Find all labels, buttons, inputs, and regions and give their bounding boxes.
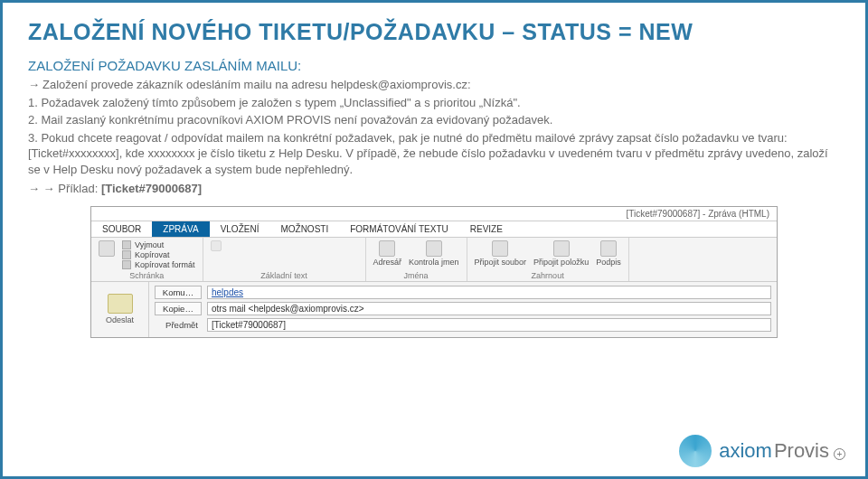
check-names-icon <box>426 240 442 257</box>
copy-icon <box>122 250 131 259</box>
group-label-jmena: Jména <box>373 271 459 280</box>
example-value: [Ticket#79000687] <box>101 182 202 195</box>
attach-item-label: Připojit položku <box>533 258 589 267</box>
tab-revize[interactable]: REVIZE <box>459 221 514 237</box>
check-names-label: Kontrola jmen <box>409 258 459 267</box>
point-2: 2. Mail zaslaný konkrétnímu pracovníkovi… <box>28 112 840 128</box>
outlook-ribbon: Vyjmout Kopírovat Kopírovat formát Schrá… <box>91 238 777 282</box>
send-label: Odeslat <box>106 315 134 324</box>
attach-file-icon <box>492 240 508 257</box>
intro-line: →Založení provede zákazník odesláním mai… <box>28 77 840 93</box>
format-painter-icon <box>122 260 131 269</box>
point-1: 1. Požadavek založený tímto způsobem je … <box>28 95 840 111</box>
logo-sup: + <box>834 448 845 460</box>
attach-file-label: Připojit soubor <box>475 258 527 267</box>
subject-label: Předmět <box>155 320 202 330</box>
tab-soubor[interactable]: SOUBOR <box>91 221 152 237</box>
paste-icon <box>99 240 115 257</box>
cc-field[interactable]: otrs mail <helpdesk@axiomprovis.cz> <box>207 302 771 315</box>
tab-vlozeni[interactable]: VLOŽENÍ <box>210 221 270 237</box>
logo-text-1: axiom <box>719 439 772 463</box>
send-icon <box>108 294 133 314</box>
slide-title: ZALOŽENÍ NOVÉHO TIKETU/POŽADAVKU – STATU… <box>28 19 840 45</box>
to-value: helpdes <box>212 287 243 297</box>
to-button[interactable]: Komu… <box>155 286 202 299</box>
ribbon-group-schranka: Vyjmout Kopírovat Kopírovat formát Schrá… <box>91 238 203 281</box>
signature-icon <box>600 240 617 257</box>
address-book-label: Adresář <box>373 258 402 267</box>
cc-button[interactable]: Kopie… <box>155 302 202 315</box>
check-names-button[interactable]: Kontrola jmen <box>409 240 459 267</box>
subject-field[interactable]: [Ticket#79000687] <box>207 318 771 332</box>
format-painter-label: Kopírovat formát <box>135 260 195 269</box>
arrow-icon: → <box>28 77 42 93</box>
to-field[interactable]: helpdes <box>207 286 771 299</box>
logo-mark-icon <box>679 435 712 467</box>
ribbon-group-zahrnout: Připojit soubor Připojit položku Podpis … <box>467 238 629 281</box>
copy-label: Kopírovat <box>135 250 170 259</box>
signature-label: Podpis <box>596 258 621 267</box>
attach-item-button[interactable]: Připojit položku <box>533 240 589 267</box>
ribbon-group-jmena: Adresář Kontrola jmen Jména <box>366 238 467 281</box>
address-book-button[interactable]: Adresář <box>373 240 402 267</box>
cut-button[interactable]: Vyjmout <box>122 240 195 249</box>
outlook-compose-window: [Ticket#79000687] - Zpráva (HTML) SOUBOR… <box>90 206 778 338</box>
attach-file-button[interactable]: Připojit soubor <box>475 240 527 267</box>
example-line: → → Příklad: [Ticket#79000687] <box>28 181 840 197</box>
outlook-window-title: [Ticket#79000687] - Zpráva (HTML) <box>91 207 777 221</box>
tab-moznosti[interactable]: MOŽNOSTI <box>269 221 339 237</box>
tab-zprava[interactable]: ZPRÁVA <box>152 221 209 237</box>
group-label-zakladni: Základní text <box>211 271 358 280</box>
ribbon-group-zakladni-text: Základní text <box>203 238 366 281</box>
logo-text-2: Provis <box>774 439 829 463</box>
outlook-fields: Odeslat Komu… helpdes Kopie… otrs mail <… <box>91 282 777 337</box>
format-painter-button[interactable]: Kopírovat formát <box>122 260 195 269</box>
attach-item-icon <box>553 240 570 257</box>
copy-button[interactable]: Kopírovat <box>122 250 195 259</box>
font-controls[interactable] <box>211 240 222 251</box>
group-label-zahrnout: Zahrnout <box>475 271 621 280</box>
section-subtitle: ZALOŽENÍ POŽADAVKU ZASLÁNÍM MAILU: <box>28 58 840 73</box>
brand-logo: axiomProvis+ <box>679 435 845 467</box>
cut-icon <box>122 240 131 249</box>
cut-label: Vyjmout <box>135 240 164 249</box>
outlook-ribbon-tabs: SOUBOR ZPRÁVA VLOŽENÍ MOŽNOSTI FORMÁTOVÁ… <box>91 221 777 238</box>
group-label-schranka: Schránka <box>99 271 195 280</box>
font-icon <box>211 240 222 251</box>
example-label: → → Příklad: <box>28 182 98 195</box>
paste-button[interactable] <box>99 240 115 257</box>
point-3: 3. Pokud chcete reagovat / odpovídat mai… <box>28 130 840 178</box>
tab-formatovani[interactable]: FORMÁTOVÁNÍ TEXTU <box>339 221 459 237</box>
address-book-icon <box>379 240 395 257</box>
intro-text: Založení provede zákazník odesláním mail… <box>42 78 471 91</box>
send-button[interactable]: Odeslat <box>91 282 149 337</box>
signature-button[interactable]: Podpis <box>596 240 621 267</box>
